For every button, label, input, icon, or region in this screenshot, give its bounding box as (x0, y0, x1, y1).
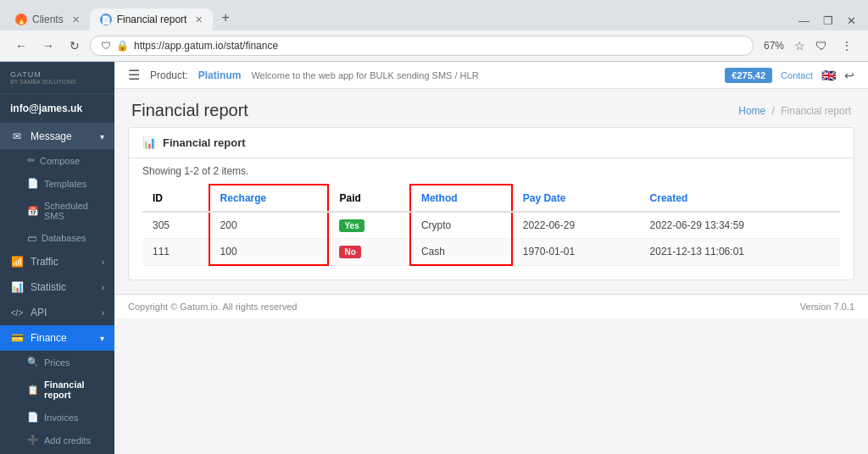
new-tab-button[interactable]: + (213, 5, 237, 30)
data-table: ID Recharge Paid Method Pay Date Created… (142, 184, 840, 266)
cell-method-1: Crypto (410, 212, 512, 239)
cell-paid-2: No (328, 239, 409, 266)
sidebar-item-api[interactable]: </> API › (0, 300, 114, 325)
sidebar-item-compose[interactable]: ✏ Compose (0, 149, 114, 172)
tab-clients[interactable]: 🔥 Clients ✕ (5, 8, 90, 30)
sidebar-item-databases-label: Databases (42, 233, 86, 243)
cell-recharge-2: 100 (209, 239, 329, 266)
extensions-button[interactable]: 🛡 (810, 36, 832, 56)
sidebar-item-traffic-label: Traffic (31, 256, 58, 268)
sidebar-item-prices[interactable]: 🔍 Prices (0, 351, 114, 374)
col-header-recharge: Recharge (209, 185, 329, 212)
browser-tabs: 🔥 Clients ✕ 📄 Financial report ✕ + — ❐ ✕ (0, 0, 868, 30)
shield-icon: 🛡 (101, 40, 111, 52)
cell-paydate-1: 2022-06-29 (512, 212, 640, 239)
top-bar-right: €275,42 Contact 🇬🇧 ↩ (725, 68, 854, 83)
footer-copyright: Copyright © Gatum.io. All rights reserve… (128, 302, 297, 312)
table-wrapper: ID Recharge Paid Method Pay Date Created… (129, 184, 854, 280)
statistic-icon: 📊 (10, 281, 24, 293)
sidebar-item-finance[interactable]: 💳 Finance ▾ (0, 325, 114, 351)
card-header-icon: 📊 (142, 136, 156, 149)
menu-button[interactable]: ⋮ (836, 36, 858, 56)
address-bar[interactable]: 🛡 🔒 https://app.gatum.io/stat/finance (90, 36, 754, 56)
sidebar-item-templates[interactable]: 📄 Templates (0, 172, 114, 195)
prices-icon: 🔍 (27, 357, 39, 368)
tab-finance-close[interactable]: ✕ (195, 14, 203, 25)
url-text: https://app.gatum.io/stat/finance (134, 40, 743, 52)
close-window-icon[interactable]: ✕ (840, 11, 863, 30)
sidebar-item-statistic-label: Statistic (31, 281, 66, 293)
cell-id-1: 305 (142, 212, 209, 239)
tab-finance[interactable]: 📄 Financial report ✕ (90, 8, 214, 30)
app-container: GATUM BY SAMBA SOLUTIONS info@james.uk ✉… (0, 62, 868, 454)
sidebar-logo: GATUM BY SAMBA SOLUTIONS (0, 62, 114, 94)
refresh-button[interactable]: ↻ (64, 36, 85, 56)
sidebar-item-add-credits-label: Add credits (44, 435, 91, 446)
message-arrow-icon: ▾ (100, 132, 104, 141)
invoices-icon: 📄 (27, 412, 39, 423)
sidebar-item-invoices-label: Invoices (44, 412, 78, 423)
sidebar-item-add-credits[interactable]: ➕ Add credits (0, 429, 114, 451)
sidebar-item-message-label: Message (31, 130, 72, 142)
flag-icon[interactable]: 🇬🇧 (821, 69, 836, 82)
sidebar-item-api-label: API (31, 307, 47, 318)
welcome-text: Welcome to the web app for BULK sending … (251, 70, 715, 80)
api-icon: </> (10, 308, 24, 318)
scheduled-icon: 📅 (27, 206, 39, 217)
sidebar-item-financial-report[interactable]: 📋 Financial report (0, 374, 114, 406)
user-email: info@james.uk (10, 102, 104, 114)
forward-button[interactable]: → (37, 36, 59, 56)
finance-nav-icon: 💳 (10, 332, 24, 344)
sidebar-item-invoices[interactable]: 📄 Invoices (0, 406, 114, 429)
cell-paydate-2: 1970-01-01 (512, 239, 640, 266)
sidebar-item-scheduled-label: Scheduled SMS (44, 201, 104, 221)
col-header-paid: Paid (328, 185, 409, 212)
finance-favicon: 📄 (100, 14, 112, 25)
col-header-method: Method (410, 185, 512, 212)
table-row: 305 200 Yes Crypto 2022-06-29 2022-06-29… (142, 212, 840, 239)
product-prefix: Product: (150, 69, 188, 81)
product-name: Platinum (198, 69, 242, 81)
paid-badge-yes: Yes (339, 219, 364, 232)
traffic-arrow-icon: › (102, 257, 104, 267)
page-title: Financial report (131, 101, 248, 120)
sidebar-item-message[interactable]: ✉ Message ▾ (0, 124, 114, 149)
templates-icon: 📄 (27, 178, 39, 189)
sidebar-item-finance-label: Finance (31, 332, 67, 344)
sidebar-item-statistic[interactable]: 📊 Statistic › (0, 274, 114, 300)
tab-clients-label: Clients (32, 14, 64, 25)
cell-method-2: Cash (410, 239, 512, 266)
back-button[interactable]: ← (10, 36, 32, 56)
sidebar-item-prices-label: Prices (44, 357, 70, 368)
page-header: Financial report Home / Financial report (114, 89, 868, 127)
breadcrumb-separator: / (772, 105, 775, 117)
bookmark-icon[interactable]: ☆ (794, 39, 805, 53)
contact-button[interactable]: Contact (781, 70, 813, 80)
cell-recharge-1: 200 (209, 212, 329, 239)
tab-clients-close[interactable]: ✕ (72, 14, 80, 25)
tab-finance-label: Financial report (117, 14, 187, 25)
restore-icon[interactable]: ❐ (816, 11, 840, 30)
footer-version: Version 7.0.1 (800, 302, 854, 312)
logout-icon[interactable]: ↩ (844, 69, 854, 82)
logo-brand: GATUM (10, 70, 104, 79)
top-bar: ☰ Product: Platinum Welcome to the web a… (114, 62, 868, 89)
table-head: ID Recharge Paid Method Pay Date Created (142, 185, 840, 212)
card-header: 📊 Financial report (129, 128, 854, 158)
sidebar-item-templates-label: Templates (44, 179, 86, 189)
browser-chrome: 🔥 Clients ✕ 📄 Financial report ✕ + — ❐ ✕… (0, 0, 868, 62)
databases-icon: 🗃 (27, 233, 36, 243)
sidebar-item-scheduled[interactable]: 📅 Scheduled SMS (0, 195, 114, 227)
table-row: 111 100 No Cash 1970-01-01 2021-12-13 11… (142, 239, 840, 266)
minimize-icon[interactable]: — (792, 11, 816, 30)
hamburger-button[interactable]: ☰ (128, 67, 140, 83)
breadcrumb-current: Financial report (781, 105, 851, 117)
sidebar-item-traffic[interactable]: 📶 Traffic › (0, 249, 114, 274)
finance-arrow-icon: ▾ (100, 334, 104, 343)
zoom-level: 67% (759, 38, 789, 53)
breadcrumb-home[interactable]: Home (738, 105, 765, 117)
sidebar-item-databases[interactable]: 🗃 Databases (0, 227, 114, 249)
traffic-icon: 📶 (10, 256, 24, 268)
compose-icon: ✏ (27, 155, 35, 166)
col-header-paydate: Pay Date (512, 185, 640, 212)
